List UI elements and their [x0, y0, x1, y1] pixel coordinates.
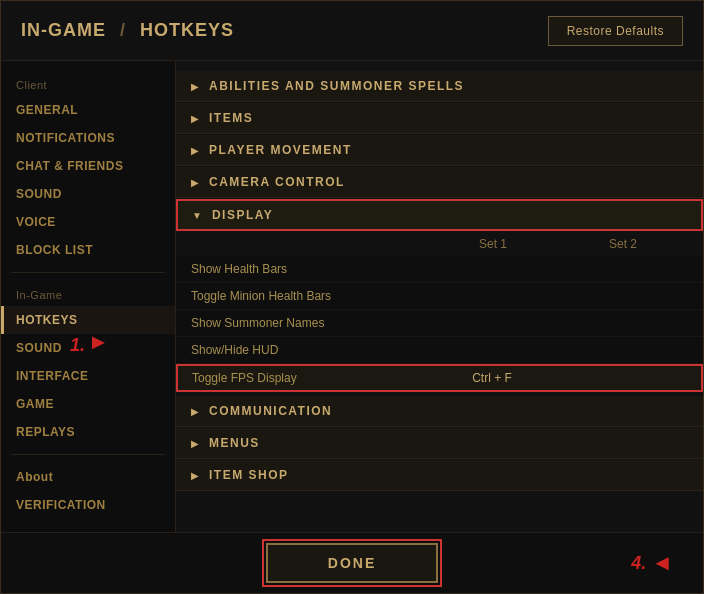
section-display-title: DISPLAY [212, 208, 273, 222]
sidebar-item-about[interactable]: About [1, 463, 175, 491]
section-communication-title: COMMUNICATION [209, 404, 332, 418]
sidebar-item-replays[interactable]: REPLAYS [1, 418, 175, 446]
app-container: IN-GAME / HOTKEYS Restore Defaults Clien… [0, 0, 704, 594]
section-camera-control[interactable]: ▶ CAMERA CONTROL [176, 167, 703, 198]
arrow-icon-player-movement: ▶ [191, 145, 199, 156]
page-title: IN-GAME / HOTKEYS [21, 20, 234, 41]
section-player-movement-title: PLAYER MOVEMENT [209, 143, 352, 157]
section-menus[interactable]: ▶ MENUS [176, 428, 703, 459]
sidebar-item-verification[interactable]: VERIFICATION [1, 491, 175, 519]
hotkey-name-hud: Show/Hide HUD [191, 343, 428, 357]
done-button[interactable]: DONE [266, 543, 438, 583]
section-camera-control-title: CAMERA CONTROL [209, 175, 345, 189]
breadcrumb-prefix: IN-GAME [21, 20, 106, 40]
hotkey-key1-fps: Ctrl + F [427, 371, 557, 385]
sidebar-item-chat-friends[interactable]: CHAT & FRIENDS [1, 152, 175, 180]
sidebar-item-sound-client[interactable]: SOUND [1, 180, 175, 208]
hotkey-name-health-bars: Show Health Bars [191, 262, 428, 276]
column-headers: Set 1 Set 2 [176, 232, 703, 256]
col-set2-header: Set 2 [558, 237, 688, 251]
content-area: ▶ ABILITIES AND SUMMONER SPELLS ▶ ITEMS … [176, 61, 703, 532]
hotkey-name-summoner-names: Show Summoner Names [191, 316, 428, 330]
hotkey-row-fps[interactable]: Toggle FPS Display Ctrl + F [176, 364, 703, 392]
section-items[interactable]: ▶ ITEMS [176, 103, 703, 134]
section-abilities[interactable]: ▶ ABILITIES AND SUMMONER SPELLS [176, 71, 703, 102]
section-abilities-title: ABILITIES AND SUMMONER SPELLS [209, 79, 464, 93]
sidebar-item-block-list[interactable]: BLOCK LIST [1, 236, 175, 264]
arrow-icon-items: ▶ [191, 113, 199, 124]
arrow-icon-display: ▼ [192, 210, 202, 221]
section-item-shop[interactable]: ▶ ITEM SHOP [176, 460, 703, 491]
hotkey-row-health-bars[interactable]: Show Health Bars [176, 256, 703, 283]
arrow-icon-abilities: ▶ [191, 81, 199, 92]
section-item-shop-title: ITEM SHOP [209, 468, 289, 482]
arrow-left-4: ◄ [651, 550, 673, 576]
breadcrumb-slash: / [120, 20, 132, 40]
sidebar-item-sound-ingame[interactable]: SOUND [1, 334, 175, 362]
main-layout: Client GENERAL NOTIFICATIONS CHAT & FRIE… [1, 61, 703, 532]
footer: DONE 4. ◄ [1, 532, 703, 593]
sidebar-item-interface[interactable]: INTERFACE [1, 362, 175, 390]
client-section-label: Client [1, 71, 175, 96]
section-items-title: ITEMS [209, 111, 253, 125]
sidebar-item-notifications[interactable]: NOTIFICATIONS [1, 124, 175, 152]
arrow-icon-menus: ▶ [191, 438, 199, 449]
sidebar-item-hotkeys[interactable]: HOTKEYS [1, 306, 175, 334]
section-player-movement[interactable]: ▶ PLAYER MOVEMENT [176, 135, 703, 166]
sidebar-item-voice[interactable]: VOICE [1, 208, 175, 236]
hotkey-name-fps: Toggle FPS Display [192, 371, 427, 385]
section-menus-title: MENUS [209, 436, 260, 450]
col-name-header [191, 237, 428, 251]
section-display[interactable]: ▼ DISPLAY [176, 199, 703, 231]
hotkey-row-hud[interactable]: Show/Hide HUD [176, 337, 703, 364]
arrow-icon-communication: ▶ [191, 406, 199, 417]
sidebar-divider-2 [11, 454, 165, 455]
restore-defaults-button[interactable]: Restore Defaults [548, 16, 683, 46]
annotation-4: 4. [631, 553, 646, 574]
hotkey-name-minion-bars: Toggle Minion Health Bars [191, 289, 428, 303]
arrow-icon-item-shop: ▶ [191, 470, 199, 481]
hotkey-row-summoner-names[interactable]: Show Summoner Names [176, 310, 703, 337]
section-communication[interactable]: ▶ COMMUNICATION [176, 396, 703, 427]
header: IN-GAME / HOTKEYS Restore Defaults [1, 1, 703, 61]
col-set1-header: Set 1 [428, 237, 558, 251]
arrow-icon-camera-control: ▶ [191, 177, 199, 188]
hotkey-row-minion-bars[interactable]: Toggle Minion Health Bars [176, 283, 703, 310]
sidebar-item-game[interactable]: GAME [1, 390, 175, 418]
sidebar: Client GENERAL NOTIFICATIONS CHAT & FRIE… [1, 61, 176, 532]
breadcrumb-current: HOTKEYS [140, 20, 234, 40]
sidebar-item-general[interactable]: GENERAL [1, 96, 175, 124]
sidebar-divider [11, 272, 165, 273]
ingame-section-label: In-Game [1, 281, 175, 306]
